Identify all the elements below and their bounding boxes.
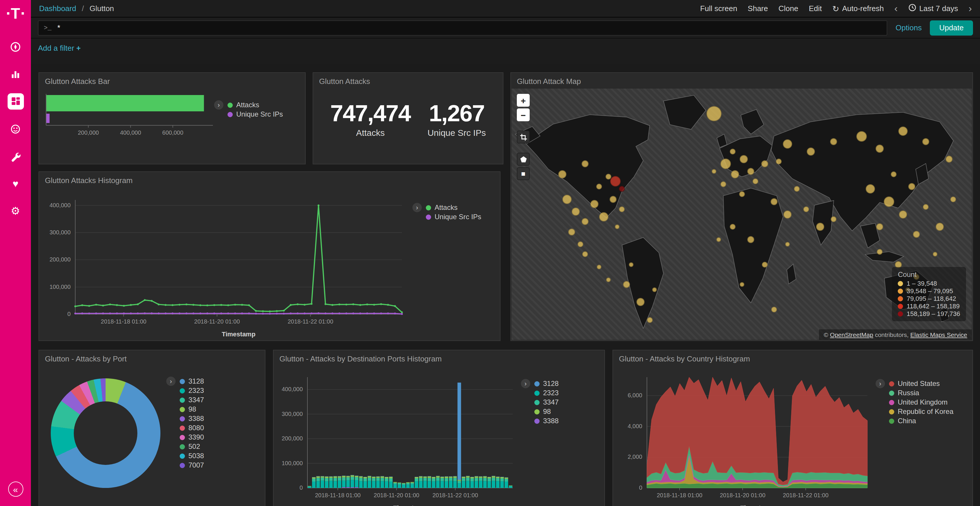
- attack-map[interactable]: + − ■ Count 1 – 39,54839,548 – 79,09579,…: [512, 89, 972, 340]
- map-bubble[interactable]: [712, 169, 716, 174]
- legend-item[interactable]: Unique Src IPs: [426, 213, 481, 221]
- map-bubble[interactable]: [721, 181, 726, 187]
- sidebar-item-monitoring[interactable]: ♥: [7, 176, 24, 192]
- map-bubble[interactable]: [771, 307, 777, 313]
- time-forward-icon[interactable]: ›: [969, 3, 972, 13]
- map-bubble[interactable]: [740, 155, 748, 163]
- legend-toggle-icon[interactable]: ›: [214, 100, 223, 109]
- legend-item[interactable]: China: [889, 417, 953, 425]
- map-bubble[interactable]: [761, 160, 768, 168]
- map-bubble[interactable]: [876, 223, 883, 230]
- map-bubble[interactable]: [582, 160, 589, 168]
- legend-item[interactable]: Attacks: [228, 101, 283, 109]
- map-bubble[interactable]: [884, 197, 894, 207]
- map-bubble[interactable]: [803, 206, 809, 212]
- panel-title[interactable]: Glutton Attack Map: [511, 73, 972, 90]
- map-bubble[interactable]: [729, 149, 735, 154]
- full-screen-button[interactable]: Full screen: [700, 4, 737, 13]
- map-bubble[interactable]: [596, 184, 602, 189]
- map-bubble[interactable]: [748, 236, 754, 243]
- map-bubble[interactable]: [748, 168, 754, 175]
- map-bubble[interactable]: [816, 223, 824, 231]
- sidebar-item-management[interactable]: ⚙: [7, 203, 24, 219]
- legend-item[interactable]: 3347: [180, 396, 204, 404]
- map-bubble[interactable]: [866, 184, 875, 194]
- share-button[interactable]: Share: [748, 4, 768, 13]
- map-bubble[interactable]: [629, 262, 633, 267]
- legend-toggle-icon[interactable]: ›: [876, 379, 885, 388]
- add-filter-link[interactable]: Add a filter +: [38, 44, 81, 52]
- map-bubble[interactable]: [606, 277, 611, 282]
- panel-title[interactable]: Glutton - Attacks by Country Histogram: [613, 351, 972, 367]
- legend-item[interactable]: Unique Src IPs: [228, 110, 283, 118]
- legend-item[interactable]: 3388: [180, 414, 204, 423]
- map-bubble[interactable]: [652, 287, 657, 292]
- map-bubble[interactable]: [784, 210, 792, 218]
- port-donut-chart[interactable]: [51, 378, 161, 488]
- map-bubble[interactable]: [831, 216, 837, 222]
- legend-item[interactable]: 3128: [180, 377, 204, 385]
- map-bubble[interactable]: [877, 249, 883, 255]
- map-bubble[interactable]: [913, 231, 920, 238]
- update-button[interactable]: Update: [930, 20, 973, 35]
- map-bubble[interactable]: [582, 218, 589, 225]
- legend-item[interactable]: Russia: [889, 389, 953, 397]
- panel-title[interactable]: Glutton Attacks Bar: [39, 73, 305, 90]
- map-bubble[interactable]: [786, 242, 790, 247]
- sidebar-item-discover[interactable]: [7, 38, 24, 55]
- map-bubble[interactable]: [856, 131, 867, 142]
- telekom-logo[interactable]: T: [7, 6, 24, 21]
- legend-item[interactable]: 3390: [180, 433, 204, 441]
- rect-tool-button[interactable]: ■: [517, 167, 530, 180]
- elastic-maps-link[interactable]: Elastic Maps Service: [910, 331, 967, 338]
- legend-item[interactable]: 7007: [180, 461, 204, 469]
- map-bubble[interactable]: [729, 224, 735, 230]
- map-bubble[interactable]: [731, 170, 739, 178]
- map-bubble[interactable]: [794, 186, 800, 192]
- map-bubble[interactable]: [609, 195, 616, 203]
- legend-item[interactable]: 8080: [180, 424, 204, 432]
- legend-item[interactable]: 98: [535, 408, 558, 416]
- crop-tool-button[interactable]: [517, 130, 530, 143]
- legend-item[interactable]: United Kingdom: [889, 398, 953, 406]
- edit-button[interactable]: Edit: [809, 4, 822, 13]
- legend-item[interactable]: 79,095 – 118,642: [898, 295, 960, 302]
- map-bubble[interactable]: [562, 194, 571, 204]
- map-bubble[interactable]: [647, 317, 652, 323]
- map-bubble[interactable]: [762, 262, 768, 267]
- legend-toggle-icon[interactable]: ›: [166, 377, 176, 386]
- legend-item[interactable]: 5038: [180, 452, 204, 460]
- zoom-out-button[interactable]: −: [517, 108, 530, 121]
- map-bubble[interactable]: [876, 145, 884, 153]
- zoom-in-button[interactable]: +: [517, 94, 530, 107]
- map-bubble[interactable]: [578, 241, 584, 247]
- map-bubble[interactable]: [572, 208, 580, 216]
- legend-item[interactable]: 39,548 – 79,095: [898, 287, 960, 294]
- map-bubble[interactable]: [610, 176, 620, 187]
- legend-item[interactable]: 118,642 – 158,189: [898, 303, 960, 309]
- map-bubble[interactable]: [599, 212, 608, 222]
- legend-item[interactable]: 3128: [535, 379, 558, 388]
- map-bubble[interactable]: [615, 224, 620, 229]
- legend-item[interactable]: 158,189 – 197,736: [898, 310, 960, 317]
- map-bubble[interactable]: [807, 148, 815, 155]
- sidebar-item-visualize[interactable]: [7, 66, 24, 82]
- map-bubble[interactable]: [590, 200, 598, 208]
- map-bubble[interactable]: [891, 171, 897, 177]
- legend-toggle-icon[interactable]: ›: [412, 203, 422, 212]
- query-input[interactable]: >_ *: [38, 20, 888, 35]
- legend-item[interactable]: 2323: [180, 387, 204, 395]
- map-bubble[interactable]: [783, 139, 792, 149]
- legend-item[interactable]: 2323: [535, 389, 558, 397]
- clone-button[interactable]: Clone: [778, 4, 798, 13]
- map-bubble[interactable]: [706, 106, 722, 121]
- legend-item[interactable]: Republic of Korea: [889, 408, 953, 416]
- time-picker-button[interactable]: Last 7 days: [908, 3, 958, 13]
- map-bubble[interactable]: [776, 159, 781, 164]
- panel-title[interactable]: Glutton - Attacks by Destination Ports H…: [274, 351, 605, 367]
- map-bubble[interactable]: [623, 281, 630, 288]
- collapse-nav-icon[interactable]: «: [8, 482, 23, 496]
- auto-refresh-button[interactable]: ↻ Auto-refresh: [832, 4, 884, 13]
- map-bubble[interactable]: [619, 186, 625, 192]
- sidebar-item-timelion[interactable]: [7, 121, 24, 137]
